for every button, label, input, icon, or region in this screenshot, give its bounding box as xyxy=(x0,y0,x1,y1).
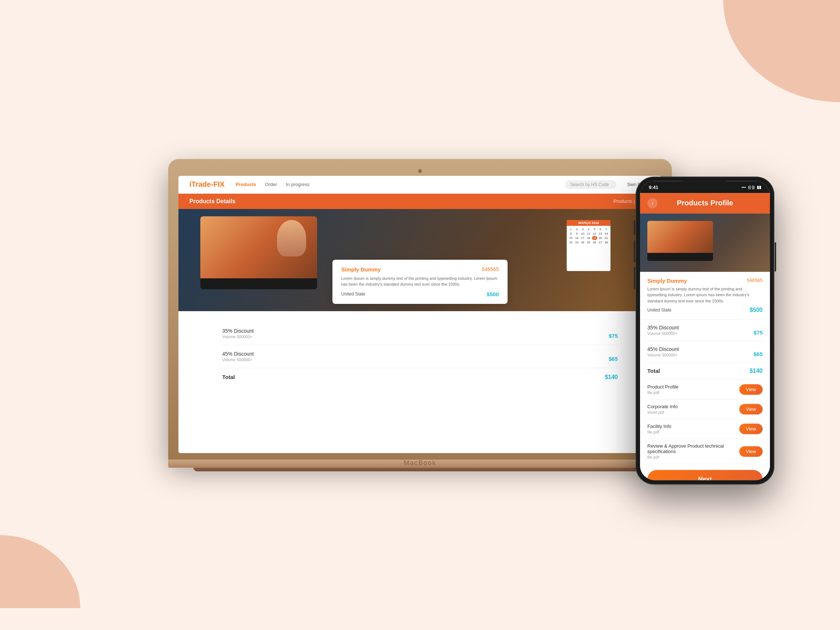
site-nav-links: Products Order In progress xyxy=(236,182,554,187)
phone-view-button-4[interactable]: View xyxy=(739,446,763,457)
pricing-row-2: 45% Discount Volume 500000+ $65 xyxy=(222,345,618,368)
phone-next-button[interactable]: Next xyxy=(647,470,763,480)
cal-cell: 17 xyxy=(580,236,585,240)
cal-cell: 16 xyxy=(574,236,579,240)
phone-doc-file-4: file.pdf xyxy=(647,455,739,459)
cal-cell: 3 xyxy=(580,227,585,231)
site-pricing-section: 35% Discount Volume 500000+ $75 45% Disc… xyxy=(178,311,662,453)
pricing-label-text-2: 45% Discount xyxy=(222,351,254,357)
site-search-box[interactable]: Search by HS Code xyxy=(565,180,616,189)
phone-pricing-label-text-2: 45% Discount xyxy=(647,346,679,352)
phone-doc-name-3: Facility Info xyxy=(647,423,671,429)
phone-app: ‹ Products Profile Simply xyxy=(640,193,770,476)
hero-child-figure xyxy=(277,220,306,256)
cal-cell: 11 xyxy=(586,232,591,236)
phone-time: 9:41 xyxy=(649,185,658,190)
cal-cell: 10 xyxy=(580,232,585,236)
phone-product-location-row: United State $500 xyxy=(647,307,763,313)
cal-cell: 8 xyxy=(568,232,574,236)
phone-total-label: Total xyxy=(647,368,660,374)
phone-screen: 9:41 ▪▪▪ ((·)) ▮▮ ‹ Products Profile xyxy=(640,181,770,480)
phone-doc-info-1: Product Profile file.pdf xyxy=(647,384,678,395)
nav-link-inprogress[interactable]: In progress xyxy=(286,182,309,187)
phone-docs-section: Product Profile file.pdf View Corporate … xyxy=(640,380,770,464)
hero-laptop-screen xyxy=(201,216,317,278)
cal-cell: 15 xyxy=(568,236,574,240)
logo-text-main: iTrade- xyxy=(189,180,213,188)
pricing-value-2: $65 xyxy=(609,356,618,362)
site-banner: Products Details Products | Details xyxy=(178,194,662,209)
site-hero-image: MARÇO 2016 1 2 3 4 5 6 7 8 9 xyxy=(178,209,662,311)
phone-doc-info-4: Review & Approve Product technical speci… xyxy=(647,443,739,459)
cal-cell: 21 xyxy=(603,236,609,240)
cal-cell-today: 19 xyxy=(592,236,597,240)
logo-text-highlight: FIX xyxy=(213,180,225,188)
phone-view-button-2[interactable]: View xyxy=(739,404,763,414)
phone-header: ‹ Products Profile xyxy=(640,193,770,213)
hero-calendar: MARÇO 2016 1 2 3 4 5 6 7 8 9 xyxy=(567,220,611,271)
pricing-total-value: $140 xyxy=(605,374,618,381)
phone-pricing-section: 35% Discount Volume 500000+ $75 45% Disc… xyxy=(640,320,770,380)
product-location: United State xyxy=(341,292,365,297)
phone-notch xyxy=(683,181,727,190)
phone-product-name: Simply Dummy xyxy=(647,278,687,284)
pricing-total-label: Total xyxy=(222,374,235,380)
phone-product-location: United State xyxy=(647,308,671,313)
hero-laptop-image xyxy=(201,216,317,289)
phone-body: 9:41 ▪▪▪ ((·)) ▮▮ ‹ Products Profile xyxy=(636,177,774,485)
cal-cell: 9 xyxy=(574,232,579,236)
phone-doc-info-3: Facility Info file.pdf xyxy=(647,423,671,434)
pricing-label-2: 45% Discount Volume 500000+ xyxy=(222,351,254,362)
cal-cell: 23 xyxy=(574,240,579,245)
phone-pricing-value-1: $75 xyxy=(753,329,763,336)
phone-product-description: Lorem ipsum is simply dummy text of the … xyxy=(647,286,763,304)
phone-button-volume-up xyxy=(634,240,635,262)
cal-cell: 22 xyxy=(568,240,574,245)
phone-doc-name-1: Product Profile xyxy=(647,384,678,390)
search-placeholder-text: Search by HS Code xyxy=(570,182,609,187)
cal-cell: 18 xyxy=(586,236,591,240)
cal-cell: 26 xyxy=(592,240,597,245)
phone-doc-row-2: Corporate Info sheet.pdf View xyxy=(647,399,763,419)
cal-body: 1 2 3 4 5 6 7 8 9 10 11 xyxy=(567,226,611,246)
pricing-label-text-1: 35% Discount xyxy=(222,328,254,334)
cal-cell: 14 xyxy=(603,232,609,236)
phone-pricing-row-1: 35% Discount Volume 500000+ $75 xyxy=(647,320,763,341)
phone-doc-file-1: file.pdf xyxy=(647,390,678,395)
pricing-row-1: 35% Discount Volume 500000+ $75 xyxy=(222,322,618,345)
phone-view-button-1[interactable]: View xyxy=(739,384,763,395)
phone-status-icons: ▪▪▪ ((·)) ▮▮ xyxy=(742,185,761,190)
phone-pricing-sublabel-1: Volume 500000+ xyxy=(647,331,679,336)
cal-cell: 4 xyxy=(586,227,591,231)
phone-doc-row-4: Review & Approve Product technical speci… xyxy=(647,439,763,464)
laptop-camera xyxy=(418,169,422,173)
phone-product-header: Simply Dummy 546565 xyxy=(647,278,763,284)
phone-button-volume-down xyxy=(634,267,635,289)
wifi-icon: ((·)) xyxy=(748,185,755,189)
pricing-sublabel-1: Volume 500000+ xyxy=(222,335,254,339)
phone-button-mute xyxy=(634,220,635,235)
laptop-device: iTrade-FIX Products Order In progress Se… xyxy=(168,159,672,471)
phone-view-button-3[interactable]: View xyxy=(739,423,763,434)
cal-cell: 24 xyxy=(580,240,585,245)
phone-hero-laptop xyxy=(647,221,713,261)
pricing-value-1: $75 xyxy=(609,333,618,339)
phone-back-button[interactable]: ‹ xyxy=(647,198,658,208)
phone-total-value: $140 xyxy=(750,368,763,374)
phone-doc-row-1: Product Profile file.pdf View xyxy=(647,380,763,399)
site-nav: iTrade-FIX Products Order In progress Se… xyxy=(178,176,662,194)
banner-title: Products Details xyxy=(189,198,235,205)
site-logo: iTrade-FIX xyxy=(189,180,225,189)
nav-link-order[interactable]: Order xyxy=(265,182,277,187)
cal-cell: 2 xyxy=(574,227,579,231)
product-price: $500 xyxy=(487,291,499,297)
nav-link-products[interactable]: Products xyxy=(236,182,256,187)
website: iTrade-FIX Products Order In progress Se… xyxy=(178,176,662,453)
cal-cell: 28 xyxy=(603,240,609,245)
phone-pricing-sublabel-2: Volume 500000+ xyxy=(647,353,679,357)
pricing-label-1: 35% Discount Volume 500000+ xyxy=(222,328,254,339)
cal-cell: 25 xyxy=(586,240,591,245)
phone-doc-name-4: Review & Approve Product technical speci… xyxy=(647,443,739,454)
product-sku: 546565 xyxy=(482,266,499,272)
phone-device: 9:41 ▪▪▪ ((·)) ▮▮ ‹ Products Profile xyxy=(636,177,774,485)
